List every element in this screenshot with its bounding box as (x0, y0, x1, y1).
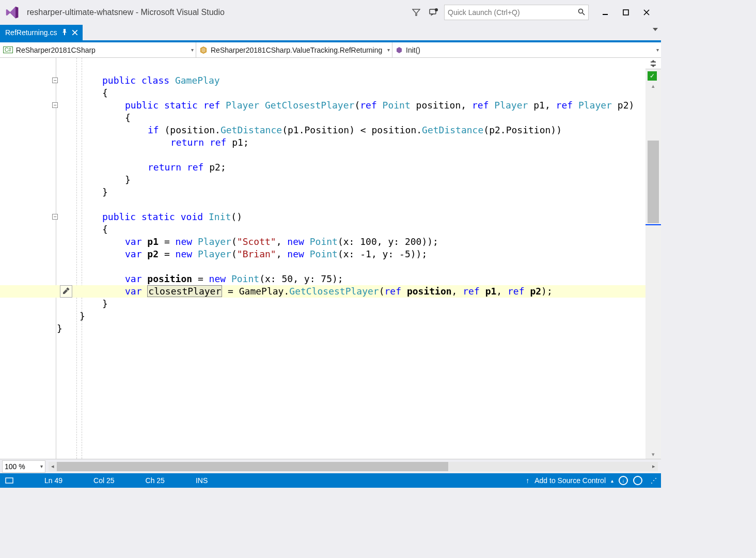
code-line[interactable]: } (0, 322, 645, 335)
notifications-filter-icon[interactable] (411, 7, 421, 18)
nav-scope-label: ReSharper20181CSharp (16, 46, 96, 54)
status-ch[interactable]: Ch 25 (146, 476, 165, 485)
code-line[interactable]: { (0, 112, 645, 124)
status-col[interactable]: Col 25 (93, 476, 114, 485)
resize-grip-icon[interactable]: ⋰ (651, 477, 656, 484)
code-line[interactable]: } (0, 310, 645, 322)
code-line[interactable]: } (0, 186, 645, 198)
caret-position-mark (645, 224, 661, 225)
title-bar: resharper-ultimate-whatsnew - Microsoft … (0, 0, 661, 25)
code-line[interactable]: public static void Init() (0, 211, 645, 223)
scroll-right-icon[interactable]: ▸ (650, 463, 658, 470)
code-line[interactable]: return ref p2; (0, 161, 645, 174)
pin-icon[interactable] (62, 29, 67, 36)
code-editor[interactable]: public class GamePlay−{public static ref… (0, 58, 661, 459)
fold-toggle-icon[interactable]: − (52, 102, 58, 108)
svg-line-3 (582, 13, 585, 15)
search-icon[interactable] (578, 8, 585, 17)
status-bar: Ln 49 Col 25 Ch 25 INS ↑ Add to Source C… (0, 473, 661, 488)
health-indicator-icon[interactable]: ✓ (648, 71, 657, 81)
vs-logo-icon (4, 4, 21, 21)
document-tab-label: RefReturning.cs (5, 28, 57, 37)
source-control-label[interactable]: Add to Source Control (534, 476, 606, 485)
vertical-scrollbar[interactable]: ✓ ▴ ▾ (645, 58, 661, 459)
tab-overflow-icon[interactable] (653, 28, 658, 31)
lightbulb-action-icon[interactable] (60, 285, 72, 298)
scroll-left-icon[interactable]: ◂ (49, 463, 57, 470)
chevron-down-icon: ▾ (656, 47, 659, 53)
code-line[interactable]: if (position.GetDistance(p1.Position) < … (0, 124, 645, 136)
nav-scope-dropdown[interactable]: C# ReSharper20181CSharp ▾ (0, 42, 196, 57)
close-button[interactable] (636, 5, 657, 20)
chevron-down-icon: ▾ (387, 47, 390, 53)
code-line[interactable]: } (0, 298, 645, 310)
svg-point-1 (435, 8, 438, 11)
status-selection-icon[interactable] (5, 477, 13, 484)
fold-toggle-icon[interactable]: − (52, 214, 58, 220)
code-line[interactable]: var closestPlayer = GamePlay.GetClosestP… (0, 285, 645, 298)
class-icon (199, 46, 208, 54)
scrollbar-thumb[interactable] (648, 141, 659, 223)
status-line[interactable]: Ln 49 (44, 476, 62, 485)
nav-type-label: ReSharper20181CSharp.ValueTracking.RefRe… (211, 46, 382, 54)
minimize-button[interactable] (595, 5, 616, 20)
horizontal-scrollbar[interactable]: ◂ ▸ (49, 462, 658, 471)
task-status-icon[interactable] (633, 476, 642, 485)
editor-footer: 100 % ▾ ◂ ▸ (0, 459, 661, 473)
document-tab-active[interactable]: RefReturning.cs (0, 25, 83, 40)
code-line[interactable]: return ref p1; (0, 136, 645, 149)
zoom-label: 100 % (5, 462, 25, 471)
download-updates-icon[interactable]: ↓ (619, 476, 628, 485)
code-line[interactable] (0, 62, 645, 74)
navigation-bar: C# ReSharper20181CSharp ▾ ReSharper20181… (0, 42, 661, 58)
nav-member-label: Init() (406, 46, 420, 54)
nav-type-dropdown[interactable]: ReSharper20181CSharp.ValueTracking.RefRe… (196, 42, 392, 57)
window-title: resharper-ultimate-whatsnew - Microsoft … (27, 8, 225, 17)
code-line[interactable]: public class GamePlay (0, 74, 645, 87)
tab-close-icon[interactable] (72, 28, 77, 37)
fold-toggle-icon[interactable]: − (52, 78, 58, 83)
code-line[interactable]: var p1 = new Player("Scott", new Point(x… (0, 236, 645, 248)
nav-member-dropdown[interactable]: Init() ▾ (392, 42, 661, 57)
svg-rect-13 (6, 478, 13, 483)
chevron-down-icon: ▾ (191, 47, 194, 53)
status-ins[interactable]: INS (196, 476, 208, 485)
code-line[interactable] (0, 149, 645, 161)
zoom-dropdown[interactable]: 100 % ▾ (2, 460, 45, 473)
code-line[interactable] (0, 260, 645, 273)
code-line[interactable]: { (0, 87, 645, 99)
feedback-icon[interactable] (429, 7, 439, 18)
editor: public class GamePlay−{public static ref… (0, 58, 661, 459)
scroll-down-icon[interactable]: ▾ (645, 451, 661, 458)
chevron-up-icon[interactable]: ▴ (611, 478, 613, 484)
publish-arrow-icon[interactable]: ↑ (526, 476, 529, 485)
svg-rect-5 (623, 10, 628, 15)
code-line[interactable]: { (0, 223, 645, 236)
maximize-button[interactable] (616, 5, 636, 20)
code-line[interactable]: } (0, 174, 645, 186)
scrollbar-track[interactable] (645, 94, 661, 448)
quick-launch-box[interactable] (444, 5, 589, 20)
window-controls (595, 5, 657, 20)
quick-launch-input[interactable] (448, 8, 578, 17)
h-scrollbar-thumb[interactable] (57, 462, 448, 471)
code-line[interactable]: public static ref Player GetClosestPlaye… (0, 99, 645, 112)
code-line[interactable] (0, 198, 645, 211)
csharp-file-icon: C# (3, 47, 13, 53)
scroll-up-icon[interactable]: ▴ (645, 83, 661, 89)
document-tab-well: RefReturning.cs (0, 25, 661, 40)
split-editor-icon[interactable] (645, 58, 661, 69)
chevron-down-icon: ▾ (40, 463, 43, 469)
method-icon (396, 47, 403, 54)
svg-point-2 (579, 9, 583, 13)
code-line[interactable]: var position = new Point(x: 50, y: 75); (0, 273, 645, 285)
code-line[interactable]: var p2 = new Player("Brian", new Point(x… (0, 248, 645, 260)
